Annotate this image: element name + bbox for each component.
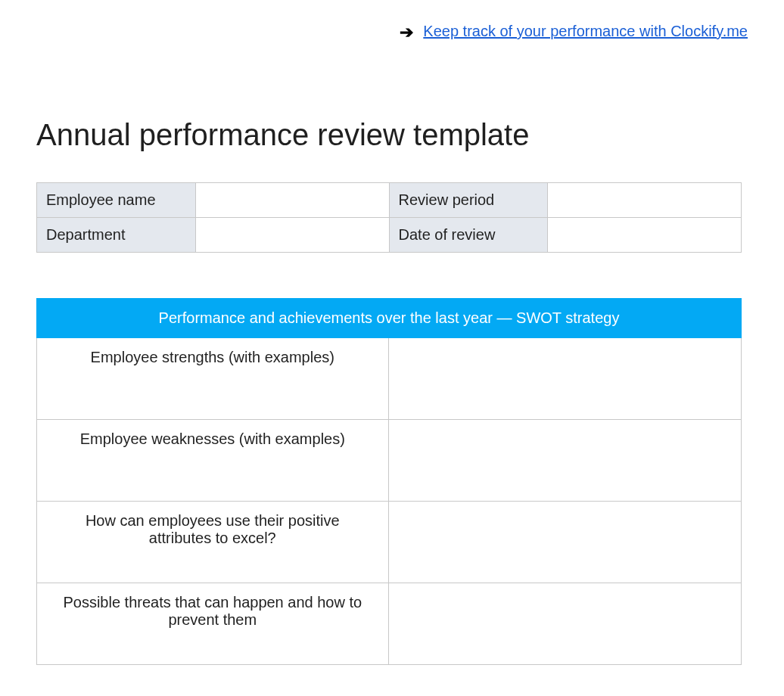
clockify-link[interactable]: Keep track of your performance with Cloc… [423,23,748,39]
value-department[interactable] [195,218,389,253]
swot-row-weaknesses: Employee weaknesses (with examples) [37,420,742,502]
label-department: Department [37,218,196,253]
employee-info-table: Employee name Review period Department D… [36,182,742,253]
swot-row-threats: Possible threats that can happen and how… [37,583,742,665]
swot-value-weaknesses[interactable] [388,420,741,502]
swot-table: Performance and achievements over the la… [36,298,742,665]
swot-row-strengths: Employee strengths (with examples) [37,338,742,420]
value-employee-name[interactable] [195,183,389,218]
label-date-of-review: Date of review [389,218,548,253]
top-link-bar: ➔ Keep track of your performance with Cl… [0,0,784,42]
swot-label-strengths: Employee strengths (with examples) [37,338,389,420]
swot-value-strengths[interactable] [388,338,741,420]
swot-header: Performance and achievements over the la… [37,299,742,338]
info-row: Department Date of review [37,218,742,253]
page-title: Annual performance review template [36,118,784,152]
swot-row-opportunities: How can employees use their positive att… [37,502,742,583]
info-row: Employee name Review period [37,183,742,218]
arrow-right-icon: ➔ [400,23,413,42]
swot-label-opportunities: How can employees use their positive att… [37,502,389,583]
swot-value-opportunities[interactable] [388,502,741,583]
value-review-period[interactable] [548,183,742,218]
value-date-of-review[interactable] [548,218,742,253]
label-review-period: Review period [389,183,548,218]
label-employee-name: Employee name [37,183,196,218]
swot-label-threats: Possible threats that can happen and how… [37,583,389,665]
swot-value-threats[interactable] [388,583,741,665]
swot-label-weaknesses: Employee weaknesses (with examples) [37,420,389,502]
